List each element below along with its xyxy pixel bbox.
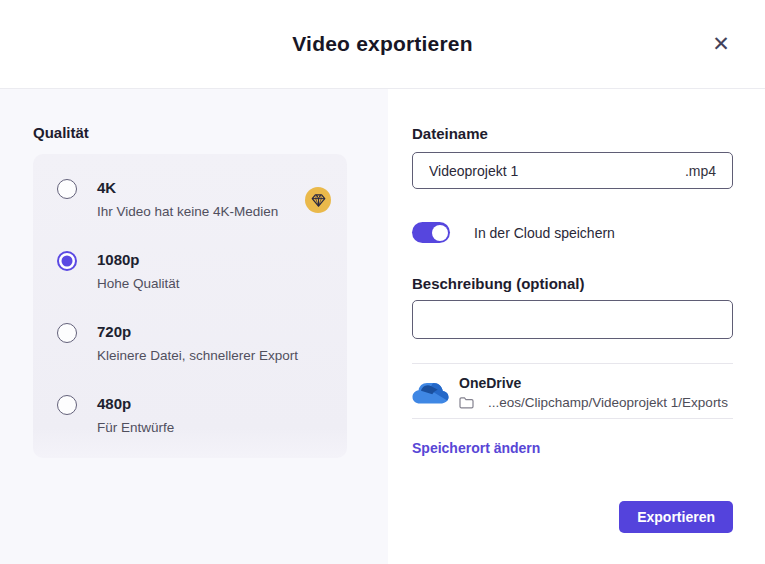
filename-field[interactable]: .mp4 [412, 152, 733, 189]
storage-provider-name: OneDrive [459, 374, 733, 392]
filename-label: Dateiname [412, 125, 733, 142]
quality-option-720p[interactable]: 720p Kleinere Datei, schnellerer Export [57, 322, 331, 364]
option-label: 480p [97, 394, 174, 414]
cloud-save-toggle[interactable] [412, 222, 450, 243]
option-label: 720p [97, 322, 298, 342]
storage-path: ...eos/Clipchamp/Videoprojekt 1/Exports [488, 395, 728, 410]
quality-option-1080p[interactable]: 1080p Hohe Qualität [57, 250, 331, 292]
option-description: Kleinere Datei, schnellerer Export [97, 347, 298, 364]
filename-extension: .mp4 [685, 163, 716, 179]
quality-heading: Qualität [33, 124, 388, 141]
option-description: Hohe Qualität [97, 275, 180, 292]
storage-path-row: ...eos/Clipchamp/Videoprojekt 1/Exports [459, 395, 733, 410]
premium-diamond-icon [305, 187, 331, 213]
radio-4k[interactable] [57, 179, 77, 199]
option-description: Ihr Video hat keine 4K-Medien [97, 203, 278, 220]
cloud-toggle-label: In der Cloud speichern [474, 225, 615, 241]
close-icon[interactable]: ✕ [707, 30, 735, 58]
option-text: 720p Kleinere Datei, schnellerer Export [97, 322, 298, 364]
storage-location-row: OneDrive ...eos/Clipchamp/Videoprojekt 1… [412, 374, 733, 410]
option-text: 1080p Hohe Qualität [97, 250, 180, 292]
quality-card: 4K Ihr Video hat keine 4K-Medien [33, 154, 347, 458]
onedrive-icon [412, 379, 449, 405]
divider [412, 418, 733, 419]
option-label: 1080p [97, 250, 180, 270]
dialog-title: Video exportieren [292, 32, 472, 56]
option-label: 4K [97, 178, 278, 198]
radio-720p[interactable] [57, 323, 77, 343]
export-settings-panel: Dateiname .mp4 In der Cloud speichern Be… [388, 89, 765, 564]
description-label: Beschreibung (optional) [412, 275, 733, 292]
dialog-header: Video exportieren ✕ [0, 0, 765, 89]
dialog-footer: Exportieren [412, 501, 733, 564]
option-text: 480p Für Entwürfe [97, 394, 174, 436]
quality-option-480p[interactable]: 480p Für Entwürfe [57, 394, 331, 436]
quality-option-4k[interactable]: 4K Ihr Video hat keine 4K-Medien [57, 178, 331, 220]
divider [412, 363, 733, 364]
quality-panel: Qualität 4K Ihr Video hat keine 4K-Medie… [0, 89, 388, 564]
description-input[interactable] [412, 300, 733, 339]
folder-icon [459, 396, 474, 409]
option-text: 4K Ihr Video hat keine 4K-Medien [97, 178, 278, 220]
export-dialog: Video exportieren ✕ Qualität 4K Ihr Vide… [0, 0, 765, 564]
cloud-toggle-row: In der Cloud speichern [412, 222, 733, 243]
radio-480p[interactable] [57, 395, 77, 415]
export-button[interactable]: Exportieren [619, 501, 733, 533]
filename-input[interactable] [429, 163, 685, 179]
radio-1080p[interactable] [57, 251, 77, 271]
toggle-knob [432, 225, 448, 241]
option-description: Für Entwürfe [97, 419, 174, 436]
change-location-link[interactable]: Speicherort ändern [412, 440, 540, 456]
dialog-body: Qualität 4K Ihr Video hat keine 4K-Medie… [0, 89, 765, 564]
storage-text: OneDrive ...eos/Clipchamp/Videoprojekt 1… [459, 374, 733, 410]
